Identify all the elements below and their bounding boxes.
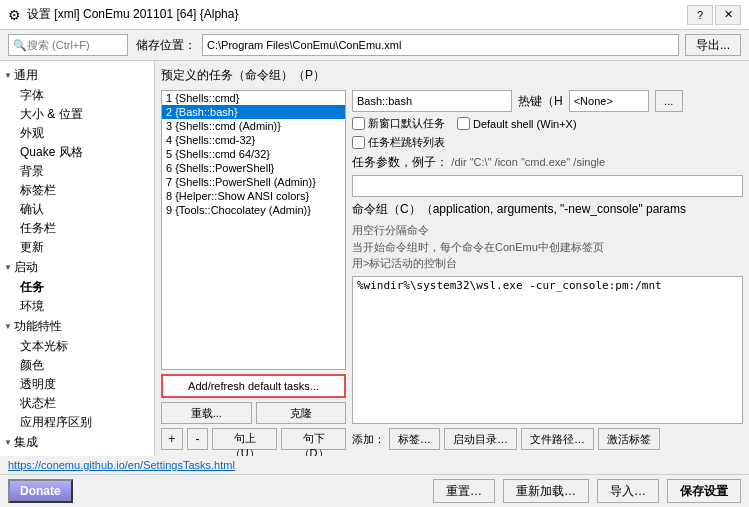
sidebar-item-appearance[interactable]: 外观 [0, 124, 154, 143]
start-dir-button[interactable]: 启动目录… [444, 428, 517, 450]
plus-button[interactable]: + [161, 428, 183, 450]
task-item-3[interactable]: 3 {Shells::cmd (Admin)} [162, 119, 345, 133]
sidebar-item-general[interactable]: ▼ 通用 [0, 65, 154, 86]
task-item-5[interactable]: 5 {Shells::cmd 64/32} [162, 147, 345, 161]
sidebar-item-integration[interactable]: ▼ 集成 [0, 432, 154, 453]
search-icon: 🔍 [13, 39, 27, 52]
params-example: /dir "C:\" /icon "cmd.exe" /single [451, 156, 605, 168]
sidebar-item-transparency[interactable]: 透明度 [0, 375, 154, 394]
sidebar-item-update[interactable]: 更新 [0, 238, 154, 257]
down-button[interactable]: 句下（D） [281, 428, 346, 450]
reload-button[interactable]: 重载... [161, 402, 252, 424]
tasks-list[interactable]: 1 {Shells::cmd} 2 {Bash::bash} 3 {Shells… [161, 90, 346, 370]
close-button[interactable]: ✕ [715, 5, 741, 25]
expand-icon: ▼ [4, 71, 12, 80]
donate-button[interactable]: Donate [8, 479, 73, 503]
task-label: {Shells::cmd-32} [175, 134, 255, 146]
sidebar-item-label: 字体 [20, 87, 44, 104]
sidebar-item-label: 环境 [20, 298, 44, 315]
task-name-input[interactable] [352, 90, 512, 112]
tasks-list-panel: 1 {Shells::cmd} 2 {Bash::bash} 3 {Shells… [161, 90, 346, 450]
hotkey-label: 热键（H [518, 93, 563, 110]
top-bar: 🔍 储存位置： 导出... [0, 30, 749, 61]
task-num: 6 [166, 162, 172, 174]
tasklist-checkbox[interactable] [352, 136, 365, 149]
sidebar-item-environment[interactable]: 环境 [0, 297, 154, 316]
task-item-6[interactable]: 6 {Shells::PowerShell} [162, 161, 345, 175]
sidebar-item-size-pos[interactable]: 大小 & 位置 [0, 105, 154, 124]
sidebar-item-text-cursor[interactable]: 文本光标 [0, 337, 154, 356]
sidebar-item-label: 标签栏 [20, 182, 56, 199]
task-item-7[interactable]: 7 {Shells::PowerShell (Admin)} [162, 175, 345, 189]
sidebar-item-label: 集成 [14, 434, 38, 451]
sidebar-item-label: Quake 风格 [20, 144, 83, 161]
default-shell-label: Default shell (Win+X) [473, 118, 577, 130]
sidebar-item-label: 外观 [20, 125, 44, 142]
sidebar-item-status-bar[interactable]: 状态栏 [0, 394, 154, 413]
new-window-checkbox[interactable] [352, 117, 365, 130]
sidebar-item-app-diff[interactable]: 应用程序区别 [0, 413, 154, 432]
tab-button[interactable]: 标签… [389, 428, 440, 450]
reset-button[interactable]: 重置… [433, 479, 495, 503]
settings-link[interactable]: https://conemu.github.io/en/SettingsTask… [8, 459, 235, 471]
default-shell-checkbox[interactable] [457, 117, 470, 130]
task-item-1[interactable]: 1 {Shells::cmd} [162, 91, 345, 105]
hotkey-dots-button[interactable]: ... [655, 90, 683, 112]
help-button[interactable]: ? [687, 5, 713, 25]
sidebar-item-label: 确认 [20, 201, 44, 218]
sidebar-item-label: 通用 [14, 67, 38, 84]
sidebar-item-label: 大小 & 位置 [20, 106, 83, 123]
sidebar-item-background[interactable]: 背景 [0, 162, 154, 181]
task-label: {Helper::Show ANSI colors} [175, 190, 309, 202]
sidebar-item-tasks[interactable]: 任务 [0, 278, 154, 297]
sidebar-item-quake[interactable]: Quake 风格 [0, 143, 154, 162]
task-item-2[interactable]: 2 {Bash::bash} [162, 105, 345, 119]
minus-button[interactable]: - [187, 428, 209, 450]
title-bar: ⚙ 设置 [xml] ConEmu 201101 [64] {Alpha} ? … [0, 0, 749, 30]
commands-textarea[interactable]: %windir%\system32\wsl.exe -cur_console:p… [352, 276, 743, 425]
default-shell-checkbox-label[interactable]: Default shell (Win+X) [457, 117, 577, 130]
reload-new-button[interactable]: 重新加载… [503, 479, 589, 503]
link-bar: https://conemu.github.io/en/SettingsTask… [0, 456, 749, 474]
add-label: 添加： [352, 432, 385, 447]
app-icon: ⚙ [8, 7, 21, 23]
sidebar-item-confirm[interactable]: 确认 [0, 200, 154, 219]
sidebar-item-font[interactable]: 字体 [0, 86, 154, 105]
sidebar-item-label: 文本光标 [20, 338, 68, 355]
file-path-button[interactable]: 文件路径… [521, 428, 594, 450]
task-item-4[interactable]: 4 {Shells::cmd-32} [162, 133, 345, 147]
add-refresh-button[interactable]: Add/refresh default tasks... [161, 374, 346, 398]
tasklist-checkbox-label[interactable]: 任务栏跳转列表 [352, 135, 445, 150]
task-label: {Shells::cmd (Admin)} [175, 120, 281, 132]
save-button[interactable]: 保存设置 [667, 479, 741, 503]
params-input[interactable] [352, 175, 743, 197]
sidebar-item-taskbar[interactable]: 任务栏 [0, 219, 154, 238]
task-label: {Shells::cmd 64/32} [175, 148, 270, 160]
export-button[interactable]: 导出... [685, 34, 741, 56]
search-input[interactable] [27, 39, 117, 51]
new-window-checkbox-label[interactable]: 新窗口默认任务 [352, 116, 445, 131]
storage-path-input[interactable] [202, 34, 679, 56]
sidebar-item-colors[interactable]: 颜色 [0, 356, 154, 375]
sidebar-item-label: 应用程序区别 [20, 414, 92, 431]
sidebar-item-label: 透明度 [20, 376, 56, 393]
tasks-header: 预定义的任务（命令组）（P） [161, 67, 743, 84]
task-num: 2 [166, 106, 172, 118]
sidebar-item-features[interactable]: ▼ 功能特性 [0, 316, 154, 337]
search-box[interactable]: 🔍 [8, 34, 128, 56]
task-item-9[interactable]: 9 {Tools::Chocolatey (Admin)} [162, 203, 345, 217]
sidebar-item-startup[interactable]: ▼ 启动 [0, 257, 154, 278]
task-item-8[interactable]: 8 {Helper::Show ANSI colors} [162, 189, 345, 203]
clone-button[interactable]: 克隆 [256, 402, 347, 424]
task-num: 8 [166, 190, 172, 202]
window-title: 设置 [xml] ConEmu 201101 [64] {Alpha} [27, 6, 238, 23]
sidebar-item-label: 状态栏 [20, 395, 56, 412]
sidebar-item-label: 功能特性 [14, 318, 62, 335]
task-label: {Bash::bash} [175, 106, 237, 118]
active-tab-button[interactable]: 激活标签 [598, 428, 660, 450]
sidebar-item-tabbar[interactable]: 标签栏 [0, 181, 154, 200]
import-button[interactable]: 导入… [597, 479, 659, 503]
task-num: 4 [166, 134, 172, 146]
hotkey-input[interactable] [569, 90, 649, 112]
up-button[interactable]: 句上（U） [212, 428, 277, 450]
